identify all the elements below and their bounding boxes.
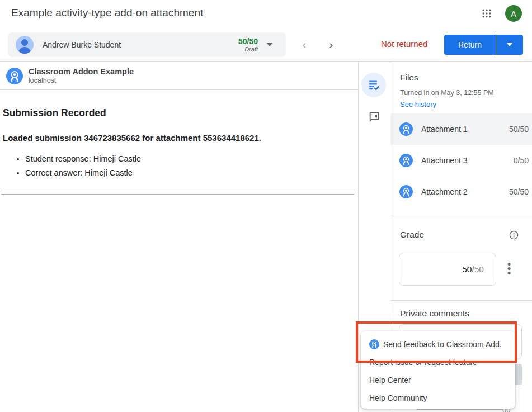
files-section-title: Files bbox=[400, 73, 418, 83]
return-button-group: Return bbox=[444, 35, 523, 55]
attachment-row[interactable]: Attachment 3 0/50 bbox=[390, 145, 532, 176]
student-grade-summary: 50/50 Draft bbox=[238, 37, 258, 53]
classroom-addon-icon bbox=[399, 185, 413, 198]
comments-tool-button[interactable] bbox=[368, 111, 380, 123]
attachment-row[interactable]: Attachment 1 50/50 bbox=[390, 113, 532, 145]
previous-student-button[interactable]: ‹ bbox=[298, 38, 311, 51]
content-divider bbox=[1, 190, 354, 190]
menu-item-send-feedback[interactable]: Send feedback to Classroom Add. bbox=[361, 335, 515, 353]
attachment-name: Attachment 1 bbox=[421, 125, 509, 134]
classroom-addon-icon bbox=[399, 122, 413, 136]
turned-in-status: Turned in on May 3, 12:55 PM bbox=[400, 89, 494, 97]
grade-more-options-icon[interactable]: ••• bbox=[504, 262, 514, 277]
return-button[interactable]: Return bbox=[444, 35, 496, 55]
grade-section-title: Grade bbox=[400, 230, 424, 240]
chevron-down-icon bbox=[267, 43, 272, 46]
student-name: Andrew Burke Student bbox=[43, 40, 238, 49]
attachment-score: 50/50 bbox=[509, 125, 529, 134]
attachment-name: Attachment 2 bbox=[421, 187, 509, 196]
addon-iframe-region: Classroom Addon Example localhost Submis… bbox=[0, 62, 359, 412]
grade-value: 50 bbox=[462, 264, 472, 274]
clipped-edge-line bbox=[522, 389, 522, 412]
attachment-row[interactable]: Attachment 2 50/50 bbox=[390, 176, 532, 207]
grading-tool-button[interactable] bbox=[361, 73, 386, 97]
menu-item-label: Send feedback to Classroom Add. bbox=[383, 340, 502, 349]
status-badge: Not returned bbox=[381, 39, 427, 49]
see-history-link[interactable]: See history bbox=[400, 100, 436, 108]
menu-item-help-community[interactable]: Help Community bbox=[361, 389, 515, 407]
section-divider bbox=[390, 300, 532, 301]
classroom-addon-icon bbox=[399, 154, 413, 167]
menu-item-label: Help Community bbox=[369, 394, 427, 402]
student-selector[interactable]: Andrew Burke Student 50/50 Draft bbox=[8, 32, 286, 57]
page-title: Example activity-type add-on attachment bbox=[11, 7, 203, 19]
addon-app-name: Classroom Addon Example bbox=[29, 67, 134, 77]
attachment-score: 0/50 bbox=[514, 156, 529, 165]
grade-input[interactable]: 50/50 bbox=[399, 253, 496, 286]
info-icon[interactable] bbox=[509, 230, 519, 240]
chevron-down-icon bbox=[507, 43, 512, 46]
menu-item-help-center[interactable]: Help Center bbox=[361, 371, 515, 389]
grade-max: /50 bbox=[472, 264, 484, 274]
list-item: Student response: Himeji Castle bbox=[25, 154, 141, 163]
student-avatar-icon bbox=[16, 36, 34, 54]
list-item: Correct answer: Himeji Castle bbox=[25, 168, 141, 177]
comment-bookmark-icon bbox=[368, 111, 380, 123]
grading-icon bbox=[367, 78, 380, 92]
submission-detail-list: Student response: Himeji Castle Correct … bbox=[3, 154, 141, 182]
addon-app-host: localhost bbox=[29, 77, 134, 86]
classroom-addon-icon bbox=[6, 68, 23, 84]
attachment-name: Attachment 3 bbox=[421, 156, 514, 165]
submission-loaded-line: Loaded submission 346723835662 for attac… bbox=[3, 133, 261, 143]
student-grade-score: 50/50 bbox=[238, 37, 258, 46]
return-dropdown-button[interactable] bbox=[496, 35, 523, 55]
classroom-addon-icon bbox=[369, 339, 379, 349]
next-student-button[interactable]: › bbox=[324, 38, 338, 51]
menu-item-report-issue[interactable]: Report issue or request feature bbox=[361, 353, 515, 371]
apps-grid-glyph bbox=[481, 8, 492, 19]
submission-heading: Submission Recorded bbox=[3, 107, 106, 119]
private-comments-title: Private comments bbox=[400, 309, 469, 319]
content-divider bbox=[1, 194, 354, 195]
student-grade-state: Draft bbox=[238, 46, 258, 53]
apps-grid-icon[interactable] bbox=[480, 7, 493, 20]
menu-item-label: Report issue or request feature bbox=[369, 358, 477, 367]
account-avatar[interactable]: A bbox=[505, 5, 522, 22]
help-popup-menu: Send feedback to Classroom Add. Report i… bbox=[361, 331, 515, 409]
section-divider bbox=[390, 215, 532, 215]
menu-item-label: Help Center bbox=[369, 376, 411, 385]
addon-header: Classroom Addon Example localhost bbox=[0, 62, 358, 90]
attachment-score: 50/50 bbox=[509, 187, 529, 196]
